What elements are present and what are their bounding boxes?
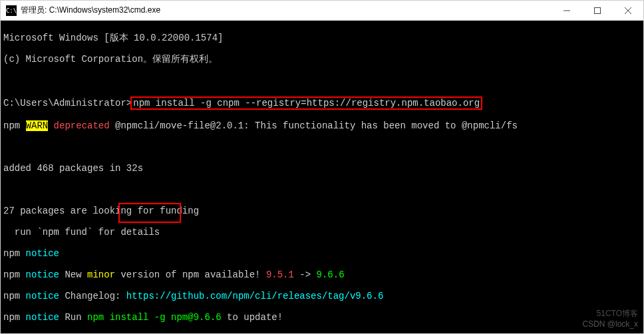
blank-line [3, 75, 641, 86]
npm-label: npm [3, 248, 26, 259]
titlebar[interactable]: C:\ 管理员: C:\Windows\system32\cmd.exe [1, 1, 643, 21]
svg-rect-1 [595, 7, 601, 13]
notice-label: notice [26, 312, 59, 323]
output-line: npm notice New minor version of npm avai… [3, 269, 641, 280]
changelog-url: https://github.com/npm/cli/releases/tag/… [126, 291, 383, 301]
npm-label: npm [3, 312, 26, 323]
text: Run [59, 312, 87, 323]
text: New [59, 269, 87, 280]
cmd-icon: C:\ [6, 5, 17, 16]
npm-label: npm [3, 269, 26, 280]
minimize-icon [564, 7, 570, 14]
output-line: npm WARN deprecated @npmcli/move-file@2.… [3, 120, 641, 131]
blank-line [3, 142, 641, 152]
output-line: npm notice Changelog: https://github.com… [3, 291, 641, 301]
minor-label: minor [87, 269, 115, 280]
cmd-window: C:\ 管理员: C:\Windows\system32\cmd.exe Mic… [0, 0, 644, 334]
npm-label: npm [3, 291, 26, 301]
prompt-line: C:\Users\Administrator>npm install -g cn… [3, 96, 641, 110]
text: to update! [222, 312, 283, 323]
text: Changelog: [59, 291, 126, 301]
deprecated-label: deprecated [48, 120, 109, 131]
output-line: added 468 packages in 32s [3, 163, 641, 174]
output-line: 27 packages are looking for funding [3, 206, 641, 216]
maximize-icon [594, 7, 601, 14]
output-line: npm notice Run npm install -g npm@9.6.6 … [3, 312, 641, 323]
output-line: Microsoft Windows [版本 10.0.22000.1574] [3, 33, 641, 43]
terminal-output[interactable]: Microsoft Windows [版本 10.0.22000.1574] (… [1, 21, 643, 333]
update-cmd: npm install -g npm@9.6.6 [87, 312, 222, 323]
highlight-box: npm install -g cnpm --registry=https://r… [130, 96, 482, 110]
notice-label: notice [26, 269, 59, 280]
old-version: 9.5.1 [266, 269, 294, 280]
deprecated-msg: @npmcli/move-file@2.0.1: This functional… [110, 120, 518, 131]
prompt: C:\Users\Administrator> [3, 98, 132, 108]
maximize-button[interactable] [582, 1, 613, 20]
window-title: 管理员: C:\Windows\system32\cmd.exe [21, 5, 160, 16]
minimize-button[interactable] [552, 1, 582, 20]
npm-label: npm [3, 120, 26, 131]
close-button[interactable] [613, 1, 643, 20]
output-line: npm notice [3, 248, 641, 259]
notice-label: notice [26, 248, 59, 259]
output-line: run `npm fund` for details [3, 227, 641, 238]
notice-label: notice [26, 291, 59, 301]
new-version: 9.6.6 [317, 269, 345, 280]
text: version of npm available! [115, 269, 266, 280]
warn-badge: WARN [26, 120, 49, 131]
window-controls [552, 1, 643, 20]
command-text: npm install -g cnpm --registry=https://r… [133, 98, 480, 108]
output-line: (c) Microsoft Corporation。保留所有权利。 [3, 54, 641, 65]
close-icon [625, 7, 631, 14]
text: -> [294, 269, 317, 280]
blank-line [3, 184, 641, 195]
